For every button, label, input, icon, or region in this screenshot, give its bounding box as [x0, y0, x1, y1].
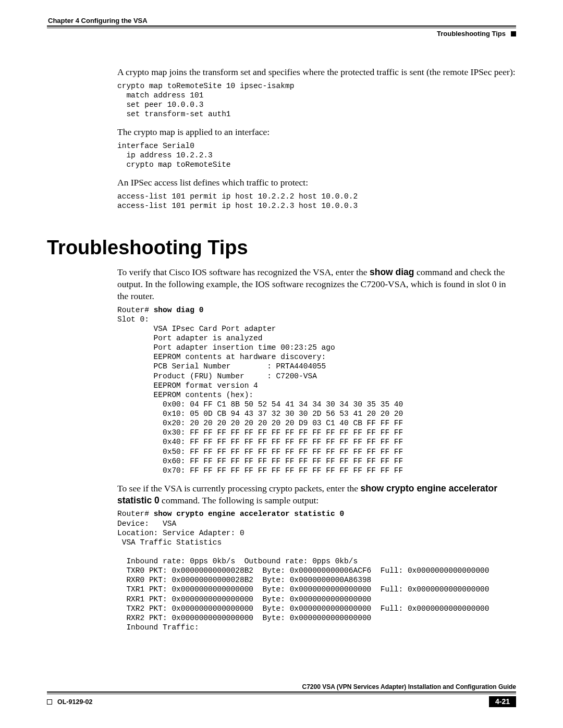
page-number: 4-21	[489, 696, 516, 707]
paragraph-crypto-interface: The crypto map is applied to an interfac…	[117, 126, 516, 138]
code-interface: interface Serial0 ip address 10.2.2.3 cr…	[117, 141, 516, 169]
footer-square-marker-icon	[47, 699, 52, 705]
page-footer: C7200 VSA (VPN Services Adapter) Install…	[47, 683, 516, 707]
paragraph-show-diag: To verify that Cisco IOS software has re…	[117, 266, 516, 302]
code-show-crypto: Router# show crypto engine accelerator s…	[117, 509, 516, 632]
code-crypto-map: crypto map toRemoteSite 10 ipsec-isakmp …	[117, 81, 516, 119]
footer-doc-title: C7200 VSA (VPN Services Adapter) Install…	[47, 683, 516, 692]
section-heading-troubleshooting: Troubleshooting Tips	[47, 237, 516, 259]
code-access-list: access-list 101 permit ip host 10.2.2.2 …	[117, 192, 516, 211]
header-chapter: Chapter 4 Configuring the VSA	[48, 17, 148, 24]
code-show-diag: Router# show diag 0 Slot 0: VSA IPsec Ca…	[117, 305, 516, 475]
header-square-marker-icon	[511, 31, 516, 36]
header-section: Troubleshooting Tips	[437, 30, 506, 38]
page-content: A crypto map joins the transform set and…	[117, 66, 516, 632]
paragraph-crypto-map: A crypto map joins the transform set and…	[117, 66, 516, 78]
page-header: Chapter 4 Configuring the VSA Troublesho…	[47, 17, 516, 38]
paragraph-show-crypto: To see if the VSA is currently processin…	[117, 483, 516, 507]
paragraph-access-list: An IPSec access list defines which traff…	[117, 177, 516, 189]
footer-doc-id: OL-9129-02	[57, 698, 92, 706]
